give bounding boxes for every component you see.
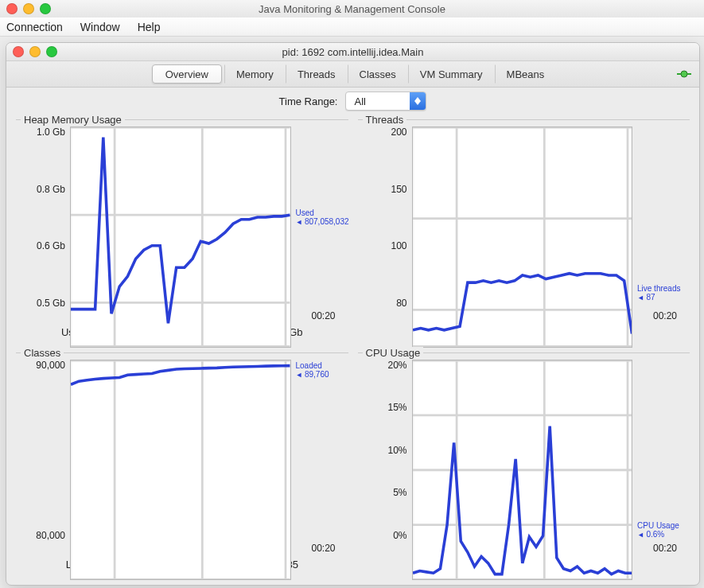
xtick: 00:20 — [311, 310, 335, 321]
panel-cpu-title: CPU Usage — [363, 347, 424, 359]
ytick: 200 — [391, 127, 406, 138]
ytick: 10% — [387, 445, 406, 456]
threads-chart[interactable] — [412, 127, 633, 348]
tab-overview[interactable]: Overview — [152, 64, 222, 84]
document-window: pid: 1692 com.intellij.idea.Main Overvie… — [6, 42, 700, 586]
svg-point-1 — [681, 71, 687, 77]
panel-cpu: CPU Usage 20% 15% 10% 5% 0% — [358, 352, 690, 576]
annot-name: Loaded — [296, 361, 344, 370]
classes-chart[interactable] — [70, 360, 291, 581]
time-range-select[interactable]: All — [345, 92, 426, 111]
panel-threads: Threads 200 150 100 80 — [358, 119, 690, 343]
menubar: Connection Window Help — [0, 18, 704, 37]
tabs-toolbar: Overview Memory Threads Classes VM Summa… — [6, 61, 699, 88]
menu-connection[interactable]: Connection — [6, 21, 63, 33]
annot-name: CPU Usage — [637, 521, 685, 530]
time-range-value: All — [346, 92, 410, 110]
annot-name: Live threads — [637, 284, 685, 293]
threads-yaxis: 200 150 100 80 — [363, 127, 412, 309]
ytick: 0.6 Gb — [37, 240, 65, 251]
panel-threads-title: Threads — [363, 114, 407, 126]
ytick: 80,000 — [36, 530, 65, 541]
xtick: 00:20 — [653, 310, 677, 321]
ytick: 90,000 — [36, 360, 65, 371]
tab-vm-summary[interactable]: VM Summary — [408, 64, 495, 84]
ytick: 0.5 Gb — [37, 298, 65, 309]
xtick: 00:20 — [653, 543, 677, 554]
panel-classes: Classes 90,000 80,000 — [16, 352, 348, 576]
cpu-chart[interactable] — [412, 360, 633, 581]
connection-status-icon[interactable] — [677, 68, 691, 80]
time-range-bar: Time Range: All — [6, 88, 699, 115]
heap-yaxis: 1.0 Gb 0.8 Gb 0.6 Gb 0.5 Gb — [21, 127, 70, 309]
tab-mbeans[interactable]: MBeans — [495, 64, 557, 84]
ytick: 0.8 Gb — [37, 184, 65, 195]
menu-help[interactable]: Help — [138, 21, 161, 33]
document-titlebar: pid: 1692 com.intellij.idea.Main — [6, 43, 699, 61]
panel-heap-title: Heap Memory Usage — [21, 114, 125, 126]
ytick: 1.0 Gb — [37, 127, 65, 138]
annot-name: Used — [296, 208, 344, 217]
tab-threads[interactable]: Threads — [286, 64, 348, 84]
document-title: pid: 1692 com.intellij.idea.Main — [6, 46, 699, 58]
threads-annotation: Live threads ◄ 87 — [632, 127, 685, 309]
menu-window[interactable]: Window — [80, 21, 120, 33]
app-title: Java Monitoring & Management Console — [0, 3, 704, 15]
app-titlebar: Java Monitoring & Management Console — [0, 0, 704, 18]
annot-value: 89,760 — [305, 370, 329, 379]
ytick: 150 — [391, 184, 406, 195]
time-range-label: Time Range: — [279, 95, 338, 107]
ytick: 20% — [387, 360, 406, 371]
svg-marker-3 — [414, 101, 421, 105]
ytick: 100 — [391, 240, 406, 251]
xtick: 00:20 — [311, 543, 335, 554]
tab-memory[interactable]: Memory — [224, 64, 286, 84]
ytick: 0% — [393, 530, 406, 541]
annot-value: 0.6% — [646, 530, 664, 539]
heap-chart[interactable] — [70, 127, 291, 348]
tab-classes[interactable]: Classes — [348, 64, 408, 84]
ytick: 15% — [387, 402, 406, 413]
ytick: 5% — [393, 487, 406, 498]
ytick: 80 — [396, 298, 406, 309]
chevron-updown-icon — [410, 92, 426, 110]
cpu-annotation: CPU Usage ◄ 0.6% — [632, 360, 685, 542]
annot-value: 807,058,032 — [305, 217, 349, 226]
annot-value: 87 — [646, 293, 655, 302]
heap-annotation: Used ◄ 807,058,032 — [291, 127, 344, 309]
cpu-yaxis: 20% 15% 10% 5% 0% — [363, 360, 412, 542]
panel-heap: Heap Memory Usage 1.0 Gb 0.8 Gb 0.6 Gb 0… — [16, 119, 348, 343]
classes-annotation: Loaded ◄ 89,760 — [291, 360, 344, 542]
panel-classes-title: Classes — [21, 347, 64, 359]
classes-yaxis: 90,000 80,000 — [21, 360, 70, 542]
